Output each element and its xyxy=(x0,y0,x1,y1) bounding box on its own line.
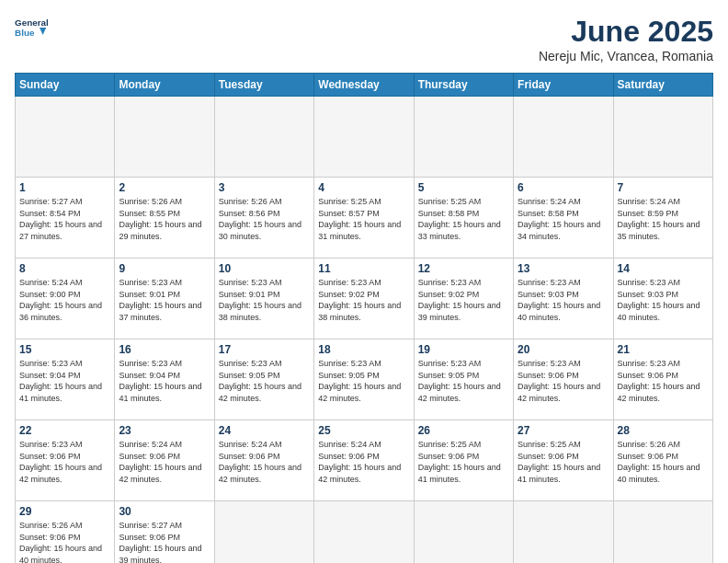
table-row: 30Sunrise: 5:27 AMSunset: 9:06 PMDayligh… xyxy=(115,501,214,564)
col-friday: Friday xyxy=(514,74,613,97)
day-info: Sunrise: 5:23 AMSunset: 9:01 PMDaylight:… xyxy=(219,277,310,323)
calendar-table: Sunday Monday Tuesday Wednesday Thursday… xyxy=(15,73,713,563)
calendar-week-row: 22Sunrise: 5:23 AMSunset: 9:06 PMDayligh… xyxy=(16,420,713,501)
day-number: 24 xyxy=(219,424,310,437)
svg-text:Blue: Blue xyxy=(15,28,35,38)
day-info: Sunrise: 5:23 AMSunset: 9:02 PMDaylight:… xyxy=(418,277,509,323)
title-area: June 2025 Nereju Mic, Vrancea, Romania xyxy=(539,15,713,63)
day-info: Sunrise: 5:23 AMSunset: 9:03 PMDaylight:… xyxy=(518,277,609,323)
table-row: 17Sunrise: 5:23 AMSunset: 9:05 PMDayligh… xyxy=(214,339,313,420)
table-row: 1Sunrise: 5:27 AMSunset: 8:54 PMDaylight… xyxy=(16,178,115,259)
table-row: 21Sunrise: 5:23 AMSunset: 9:06 PMDayligh… xyxy=(613,339,712,420)
col-monday: Monday xyxy=(115,74,214,97)
day-info: Sunrise: 5:24 AMSunset: 9:06 PMDaylight:… xyxy=(119,439,210,485)
table-row: 13Sunrise: 5:23 AMSunset: 9:03 PMDayligh… xyxy=(514,259,613,339)
day-info: Sunrise: 5:25 AMSunset: 8:58 PMDaylight:… xyxy=(418,196,509,242)
day-number: 9 xyxy=(119,262,210,275)
day-number: 4 xyxy=(318,181,409,194)
day-number: 12 xyxy=(418,262,509,275)
table-row: 19Sunrise: 5:23 AMSunset: 9:05 PMDayligh… xyxy=(414,339,513,420)
table-row: 7Sunrise: 5:24 AMSunset: 8:59 PMDaylight… xyxy=(613,178,712,259)
day-number: 11 xyxy=(318,262,409,275)
svg-text:General: General xyxy=(15,17,48,28)
day-number: 25 xyxy=(318,424,409,437)
table-row: 5Sunrise: 5:25 AMSunset: 8:58 PMDaylight… xyxy=(414,178,513,259)
day-info: Sunrise: 5:26 AMSunset: 9:06 PMDaylight:… xyxy=(618,439,709,485)
day-number: 7 xyxy=(618,181,709,194)
logo-icon: General Blue xyxy=(15,15,48,40)
day-number: 29 xyxy=(19,505,110,518)
day-info: Sunrise: 5:23 AMSunset: 9:04 PMDaylight:… xyxy=(19,358,110,404)
day-info: Sunrise: 5:25 AMSunset: 8:57 PMDaylight:… xyxy=(318,196,409,242)
table-row xyxy=(16,97,115,178)
day-info: Sunrise: 5:23 AMSunset: 9:05 PMDaylight:… xyxy=(318,358,409,404)
day-info: Sunrise: 5:23 AMSunset: 9:06 PMDaylight:… xyxy=(618,358,709,404)
day-info: Sunrise: 5:27 AMSunset: 8:54 PMDaylight:… xyxy=(19,196,110,242)
calendar-header-row: Sunday Monday Tuesday Wednesday Thursday… xyxy=(16,74,713,97)
day-info: Sunrise: 5:24 AMSunset: 9:06 PMDaylight:… xyxy=(318,439,409,485)
table-row xyxy=(514,97,613,178)
col-saturday: Saturday xyxy=(613,74,712,97)
table-row: 8Sunrise: 5:24 AMSunset: 9:00 PMDaylight… xyxy=(16,259,115,339)
day-number: 28 xyxy=(618,424,709,437)
table-row: 3Sunrise: 5:26 AMSunset: 8:56 PMDaylight… xyxy=(214,178,313,259)
calendar-week-row: 8Sunrise: 5:24 AMSunset: 9:00 PMDaylight… xyxy=(16,259,713,339)
header: General Blue June 2025 Nereju Mic, Vranc… xyxy=(15,15,713,63)
day-number: 1 xyxy=(19,181,110,194)
table-row: 15Sunrise: 5:23 AMSunset: 9:04 PMDayligh… xyxy=(16,339,115,420)
calendar-week-row: 29Sunrise: 5:26 AMSunset: 9:06 PMDayligh… xyxy=(16,501,713,564)
day-info: Sunrise: 5:23 AMSunset: 9:01 PMDaylight:… xyxy=(119,277,210,323)
day-number: 16 xyxy=(119,343,210,356)
table-row xyxy=(613,97,712,178)
page: General Blue June 2025 Nereju Mic, Vranc… xyxy=(0,0,728,563)
col-sunday: Sunday xyxy=(16,74,115,97)
day-info: Sunrise: 5:23 AMSunset: 9:05 PMDaylight:… xyxy=(219,358,310,404)
day-info: Sunrise: 5:24 AMSunset: 9:00 PMDaylight:… xyxy=(19,277,110,323)
table-row: 24Sunrise: 5:24 AMSunset: 9:06 PMDayligh… xyxy=(214,420,313,501)
col-wednesday: Wednesday xyxy=(314,74,414,97)
table-row: 27Sunrise: 5:25 AMSunset: 9:06 PMDayligh… xyxy=(514,420,613,501)
day-number: 8 xyxy=(19,262,110,275)
table-row: 4Sunrise: 5:25 AMSunset: 8:57 PMDaylight… xyxy=(314,178,414,259)
day-info: Sunrise: 5:23 AMSunset: 9:06 PMDaylight:… xyxy=(518,358,609,404)
day-info: Sunrise: 5:25 AMSunset: 9:06 PMDaylight:… xyxy=(518,439,609,485)
table-row: 6Sunrise: 5:24 AMSunset: 8:58 PMDaylight… xyxy=(514,178,613,259)
table-row xyxy=(214,97,313,178)
table-row xyxy=(414,97,513,178)
day-number: 2 xyxy=(119,181,210,194)
table-row: 20Sunrise: 5:23 AMSunset: 9:06 PMDayligh… xyxy=(514,339,613,420)
day-number: 15 xyxy=(19,343,110,356)
day-info: Sunrise: 5:25 AMSunset: 9:06 PMDaylight:… xyxy=(418,439,509,485)
calendar-week-row: 1Sunrise: 5:27 AMSunset: 8:54 PMDaylight… xyxy=(16,178,713,259)
table-row: 16Sunrise: 5:23 AMSunset: 9:04 PMDayligh… xyxy=(115,339,214,420)
day-number: 3 xyxy=(219,181,310,194)
table-row: 28Sunrise: 5:26 AMSunset: 9:06 PMDayligh… xyxy=(613,420,712,501)
day-info: Sunrise: 5:23 AMSunset: 9:05 PMDaylight:… xyxy=(418,358,509,404)
day-number: 5 xyxy=(418,181,509,194)
day-info: Sunrise: 5:26 AMSunset: 8:56 PMDaylight:… xyxy=(219,196,310,242)
table-row: 14Sunrise: 5:23 AMSunset: 9:03 PMDayligh… xyxy=(613,259,712,339)
day-info: Sunrise: 5:23 AMSunset: 9:06 PMDaylight:… xyxy=(19,439,110,485)
col-tuesday: Tuesday xyxy=(214,74,313,97)
table-row: 18Sunrise: 5:23 AMSunset: 9:05 PMDayligh… xyxy=(314,339,414,420)
table-row xyxy=(214,501,313,564)
table-row: 10Sunrise: 5:23 AMSunset: 9:01 PMDayligh… xyxy=(214,259,313,339)
table-row: 9Sunrise: 5:23 AMSunset: 9:01 PMDaylight… xyxy=(115,259,214,339)
calendar-week-row xyxy=(16,97,713,178)
table-row xyxy=(414,501,513,564)
table-row xyxy=(613,501,712,564)
table-row: 29Sunrise: 5:26 AMSunset: 9:06 PMDayligh… xyxy=(16,501,115,564)
table-row xyxy=(314,97,414,178)
day-number: 22 xyxy=(19,424,110,437)
table-row: 12Sunrise: 5:23 AMSunset: 9:02 PMDayligh… xyxy=(414,259,513,339)
logo: General Blue xyxy=(15,15,51,40)
day-number: 19 xyxy=(418,343,509,356)
table-row: 25Sunrise: 5:24 AMSunset: 9:06 PMDayligh… xyxy=(314,420,414,501)
day-number: 23 xyxy=(119,424,210,437)
day-info: Sunrise: 5:23 AMSunset: 9:03 PMDaylight:… xyxy=(618,277,709,323)
calendar-title: June 2025 xyxy=(539,15,713,49)
table-row: 2Sunrise: 5:26 AMSunset: 8:55 PMDaylight… xyxy=(115,178,214,259)
day-number: 21 xyxy=(618,343,709,356)
day-number: 17 xyxy=(219,343,310,356)
day-info: Sunrise: 5:23 AMSunset: 9:02 PMDaylight:… xyxy=(318,277,409,323)
